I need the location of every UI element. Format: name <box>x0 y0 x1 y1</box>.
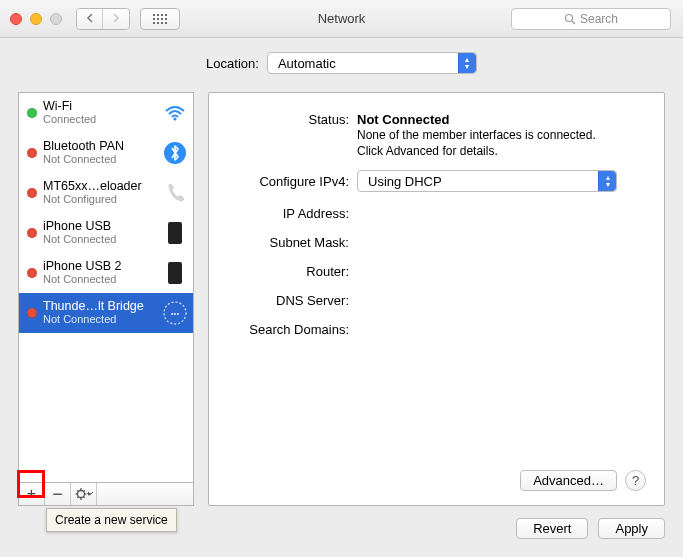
svg-text:•••: ••• <box>171 309 180 318</box>
search-domains-value <box>357 319 646 322</box>
ip-value <box>357 203 646 206</box>
location-value: Automatic <box>278 56 336 71</box>
status-row: Status: Not Connected None of the member… <box>219 109 646 159</box>
service-status: Not Connected <box>43 153 157 166</box>
service-name: Thunde…lt Bridge <box>43 299 157 313</box>
help-button[interactable]: ? <box>625 470 646 491</box>
service-item-mt65xx[interactable]: MT65xx…eloader Not Configured <box>19 173 193 213</box>
configure-row: Configure IPv4: Using DHCP ▴▾ <box>219 170 646 192</box>
status-dot <box>27 148 37 158</box>
service-status: Not Configured <box>43 193 157 206</box>
remove-service-button[interactable]: − <box>45 483 71 505</box>
service-name: iPhone USB 2 <box>43 259 157 273</box>
status-dot <box>27 108 37 118</box>
sidebar-column: Wi-Fi Connected <box>18 92 194 506</box>
titlebar: Network Search <box>0 0 683 38</box>
bluetooth-icon <box>163 141 187 165</box>
configure-ipv4-select[interactable]: Using DHCP ▴▾ <box>357 170 617 192</box>
configure-label: Configure IPv4: <box>219 174 349 189</box>
subnet-row: Subnet Mask: <box>219 232 646 250</box>
traffic-lights <box>10 13 62 25</box>
svg-line-11 <box>77 490 78 491</box>
dns-row: DNS Server: <box>219 290 646 308</box>
detail-footer: Advanced… ? <box>219 470 646 491</box>
search-domains-row: Search Domains: <box>219 319 646 337</box>
service-status: Connected <box>43 113 157 126</box>
toolbar-spacer <box>97 483 193 505</box>
service-item-bluetooth[interactable]: Bluetooth PAN Not Connected <box>19 133 193 173</box>
status-dot <box>27 188 37 198</box>
service-sidebar: Wi-Fi Connected <box>18 92 194 483</box>
service-name: iPhone USB <box>43 219 157 233</box>
status-dot <box>27 308 37 318</box>
location-select[interactable]: Automatic ▴▾ <box>267 52 477 74</box>
apply-button[interactable]: Apply <box>598 518 665 539</box>
gear-icon <box>75 487 93 501</box>
service-actions-button[interactable] <box>71 483 97 505</box>
service-list[interactable]: Wi-Fi Connected <box>19 93 193 482</box>
svg-line-1 <box>572 21 575 24</box>
revert-button[interactable]: Revert <box>516 518 588 539</box>
svg-point-6 <box>77 491 84 498</box>
detail-panel: Status: Not Connected None of the member… <box>208 92 665 506</box>
service-name: Bluetooth PAN <box>43 139 157 153</box>
search-icon <box>564 13 576 25</box>
service-item-iphone-usb-2[interactable]: iPhone USB 2 Not Connected <box>19 253 193 293</box>
status-dot <box>27 268 37 278</box>
nav-back-forward <box>76 8 130 30</box>
ip-label: IP Address: <box>219 203 349 221</box>
svg-point-0 <box>565 14 572 21</box>
sidebar-tools: + − <box>18 483 194 506</box>
service-item-iphone-usb[interactable]: iPhone USB Not Connected <box>19 213 193 253</box>
status-subtext-2: Click Advanced for details. <box>357 143 646 159</box>
main-row: Wi-Fi Connected <box>18 92 665 506</box>
content-area: Location: Automatic ▴▾ Wi-Fi Connected <box>0 38 683 557</box>
search-domains-label: Search Domains: <box>219 319 349 337</box>
svg-point-2 <box>173 117 176 120</box>
tooltip-add-service: Create a new service <box>46 508 177 532</box>
service-status: Not Connected <box>43 313 157 326</box>
grid-icon <box>153 14 167 24</box>
dropdown-stepper-icon: ▴▾ <box>598 171 616 191</box>
status-value: Not Connected <box>357 112 646 127</box>
serial-phone-icon <box>163 181 187 205</box>
router-label: Router: <box>219 261 349 279</box>
advanced-button[interactable]: Advanced… <box>520 470 617 491</box>
service-status: Not Connected <box>43 273 157 286</box>
service-item-wifi[interactable]: Wi-Fi Connected <box>19 93 193 133</box>
service-name: MT65xx…eloader <box>43 179 157 193</box>
back-button[interactable] <box>77 9 103 29</box>
close-window-button[interactable] <box>10 13 22 25</box>
wifi-icon <box>163 101 187 125</box>
zoom-window-button[interactable] <box>50 13 62 25</box>
phone-icon <box>163 261 187 285</box>
search-placeholder: Search <box>580 12 618 26</box>
location-label: Location: <box>206 56 259 71</box>
service-name: Wi-Fi <box>43 99 157 113</box>
status-label: Status: <box>219 109 349 127</box>
service-item-thunderbolt-bridge[interactable]: Thunde…lt Bridge Not Connected ••• <box>19 293 193 333</box>
status-dot <box>27 228 37 238</box>
phone-icon <box>163 221 187 245</box>
minimize-window-button[interactable] <box>30 13 42 25</box>
subnet-label: Subnet Mask: <box>219 232 349 250</box>
status-subtext-1: None of the member interfaces is connect… <box>357 127 646 143</box>
forward-button[interactable] <box>103 9 129 29</box>
svg-line-13 <box>77 497 78 498</box>
configure-value: Using DHCP <box>368 174 442 189</box>
subnet-value <box>357 232 646 235</box>
dns-value <box>357 290 646 293</box>
service-status: Not Connected <box>43 233 157 246</box>
dns-label: DNS Server: <box>219 290 349 308</box>
add-service-button[interactable]: + <box>19 483 45 505</box>
search-input[interactable]: Search <box>511 8 671 30</box>
router-value <box>357 261 646 264</box>
ip-row: IP Address: <box>219 203 646 221</box>
router-row: Router: <box>219 261 646 279</box>
show-all-button[interactable] <box>140 8 180 30</box>
svg-line-14 <box>83 490 84 491</box>
location-row: Location: Automatic ▴▾ <box>18 52 665 74</box>
thunderbolt-icon: ••• <box>163 301 187 325</box>
svg-line-12 <box>83 497 84 498</box>
dropdown-stepper-icon: ▴▾ <box>458 53 476 73</box>
